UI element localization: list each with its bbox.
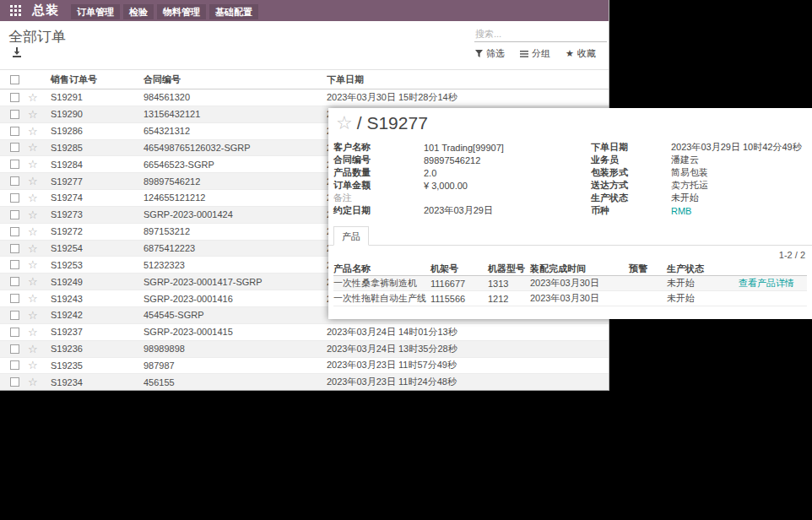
view-product-details-link[interactable]: 查看产品详情 [739,278,794,288]
row-checkbox[interactable] [10,260,19,269]
row-checkbox[interactable] [10,294,19,303]
products-table-header: 产品名称 机架号 机器型号 装配完成时间 预警 生产状态 [333,262,807,276]
row-star-icon[interactable]: ☆ [28,293,51,304]
product-column-model: 机器型号 [488,263,530,275]
favorite-toggle-icon[interactable]: ☆ [336,114,353,133]
order-number-cell: S19285 [51,143,143,153]
field-row-right: 送达方式卖方托运 [591,179,806,192]
search-input[interactable] [474,27,607,42]
row-star-icon[interactable]: ☆ [28,310,51,321]
row-star-icon[interactable]: ☆ [28,243,51,254]
row-checkbox[interactable] [10,127,19,136]
orders-table-header: 销售订单号 合同编号 下单日期 [0,69,609,89]
row-star-icon[interactable]: ☆ [28,276,51,287]
row-star-icon[interactable]: ☆ [28,142,51,153]
row-checkbox-cell [0,176,28,186]
order-date-cell: 2023年03月24日 13时35分28秒 [327,343,609,355]
select-all-checkbox[interactable] [10,75,19,84]
detail-tabbar: 产品 [328,226,812,246]
field-row-left: 合同编号89897546212 [333,154,578,166]
product-name-cell: 一次性拖鞋自动生产线 [333,292,430,305]
row-checkbox[interactable] [10,328,19,337]
row-checkbox-cell [0,210,28,219]
order-number-cell: S19253 [51,260,143,270]
row-star-icon[interactable]: ☆ [28,376,51,387]
product-actions-cell: 查看产品详情 [739,277,807,290]
row-checkbox[interactable] [10,176,19,186]
product-rack-cell: 1116677 [430,279,488,289]
row-star-icon[interactable]: ☆ [28,344,51,355]
order-number-cell: S19284 [51,160,143,170]
field-row-left: 订单金额¥ 3,000.00 [333,179,578,192]
row-checkbox[interactable] [10,360,19,370]
row-checkbox[interactable] [10,93,19,102]
detail-fields-right: 下单日期2023年03月29日 10时42分49秒业务员潘建云包装形式简易包装送… [591,141,806,217]
product-done-time-cell: 2023年03月30日 [530,292,629,305]
contract-number-cell: 98989898 [143,344,327,354]
column-header-contract[interactable]: 合同编号 [143,73,327,86]
row-star-icon[interactable]: ☆ [28,126,51,137]
group-by-button[interactable]: 分组 [520,47,550,60]
table-row[interactable]: ☆S19237SGRP-2023-00014152023年03月24日 14时0… [0,324,609,341]
row-checkbox[interactable] [10,210,19,219]
order-number-cell: S19291 [51,92,143,102]
product-row[interactable]: 一次性桑拿裤制造机111667713132023年03月30日未开始查看产品详情 [333,276,807,291]
row-checkbox[interactable] [10,110,19,119]
group-by-label: 分组 [532,47,550,60]
field-row-right: 业务员潘建云 [591,154,806,166]
row-checkbox[interactable] [10,160,19,169]
table-row[interactable]: ☆S192344561552023年03月23日 11时24分48秒 [0,374,609,391]
table-row[interactable]: ☆S192919845613202023年03月30日 15时28分14秒 [0,89,609,106]
row-checkbox-cell [0,344,28,354]
row-star-icon[interactable]: ☆ [28,259,51,270]
view-title: 全部订单 [8,27,66,46]
table-row[interactable]: ☆S19236989898982023年03月24日 13时35分28秒 [0,341,609,358]
column-header-order[interactable]: 销售订单号 [51,73,143,86]
row-star-icon[interactable]: ☆ [28,327,51,338]
row-checkbox[interactable] [10,377,19,387]
field-value: 潘建云 [671,154,699,166]
favorites-button[interactable]: ★ 收藏 [566,47,596,60]
order-number-cell: S19243 [51,294,143,304]
contract-number-cell: SGRP-2023-0001415 [143,327,327,337]
row-star-icon[interactable]: ☆ [28,226,51,237]
field-row-left: 约定日期2023年03月29日 [333,204,578,217]
row-star-icon[interactable]: ☆ [28,209,51,220]
row-checkbox[interactable] [10,143,19,152]
menu-item-3[interactable]: 基础配置 [209,4,258,19]
row-star-icon[interactable]: ☆ [28,159,51,170]
row-checkbox[interactable] [10,344,19,354]
field-value[interactable]: RMB [671,206,691,216]
field-label: 备注 [333,192,424,204]
apps-grid-icon[interactable] [0,5,25,16]
row-star-icon[interactable]: ☆ [28,109,51,120]
table-row[interactable]: ☆S192359879872023年03月23日 11时57分49秒 [0,358,609,375]
filter-button[interactable]: 筛选 [475,47,505,60]
product-row[interactable]: 一次性拖鞋自动生产线111556612122023年03月30日未开始 [333,291,807,306]
tab-products[interactable]: 产品 [333,226,369,246]
row-star-icon[interactable]: ☆ [28,360,51,371]
search-box [474,25,607,42]
row-checkbox[interactable] [10,227,19,236]
row-checkbox[interactable] [10,277,19,286]
contract-number-cell: 984561320 [143,92,327,102]
field-label: 产品数量 [333,166,424,179]
filter-toolbar: 筛选 分组 ★ 收藏 [475,47,596,60]
menu-item-0[interactable]: 订单管理 [71,4,120,19]
product-status-cell: 未开始 [667,292,739,305]
product-name-cell: 一次性桑拿裤制造机 [333,277,430,290]
menu-item-2[interactable]: 物料管理 [157,4,206,19]
row-checkbox[interactable] [10,193,19,203]
contract-number-cell: SGRP-2023-0001424 [143,209,327,219]
row-checkbox[interactable] [10,244,19,253]
menu-item-1[interactable]: 检验 [123,4,154,19]
row-star-icon[interactable]: ☆ [28,192,51,203]
row-star-icon[interactable]: ☆ [28,92,51,103]
product-column-done-time: 装配完成时间 [530,263,629,275]
top-navbar: 总装 订单管理检验物料管理基础配置 [0,0,609,21]
contract-number-cell: 89897546212 [143,176,327,187]
row-star-icon[interactable]: ☆ [28,176,51,187]
column-header-date[interactable]: 下单日期 [327,73,609,86]
export-download-icon[interactable] [12,47,22,57]
row-checkbox[interactable] [10,311,19,320]
